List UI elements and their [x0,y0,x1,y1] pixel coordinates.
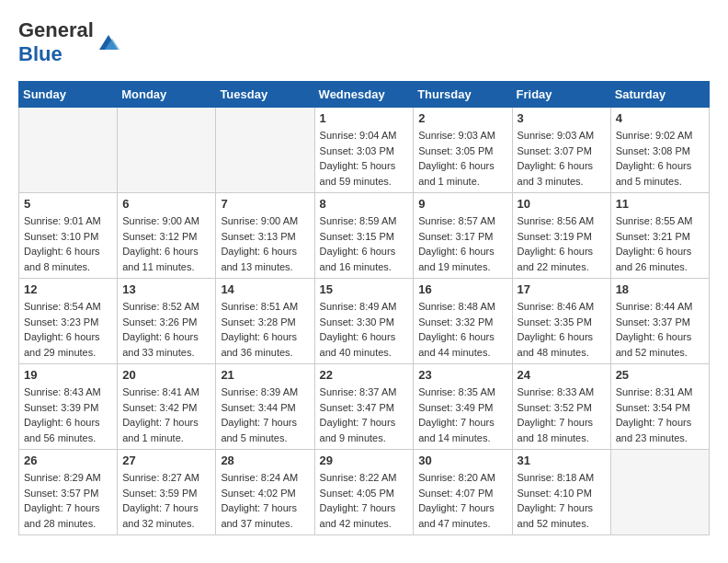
day-cell: 7Sunrise: 9:00 AM Sunset: 3:13 PM Daylig… [216,193,314,279]
day-cell: 11Sunrise: 8:55 AM Sunset: 3:21 PM Dayli… [610,193,709,279]
calendar-header-row: SundayMondayTuesdayWednesdayThursdayFrid… [19,82,710,108]
col-header-monday: Monday [118,82,216,108]
day-cell: 30Sunrise: 8:20 AM Sunset: 4:07 PM Dayli… [414,450,512,535]
day-info: Sunrise: 8:35 AM Sunset: 3:49 PM Dayligh… [418,385,506,445]
day-number: 6 [122,197,210,211]
day-number: 10 [518,197,606,211]
day-info: Sunrise: 8:39 AM Sunset: 3:44 PM Dayligh… [221,385,309,445]
day-info: Sunrise: 8:51 AM Sunset: 3:28 PM Dayligh… [221,299,309,360]
day-cell: 13Sunrise: 8:52 AM Sunset: 3:26 PM Dayli… [118,279,216,364]
day-cell: 17Sunrise: 8:46 AM Sunset: 3:35 PM Dayli… [512,279,610,364]
day-cell: 3Sunrise: 9:03 AM Sunset: 3:07 PM Daylig… [512,108,610,193]
page-header: General Blue [18,18,710,66]
day-number: 15 [320,282,409,296]
day-number: 14 [221,282,309,296]
week-row-3: 19Sunrise: 8:43 AM Sunset: 3:39 PM Dayli… [19,364,710,450]
day-cell: 28Sunrise: 8:24 AM Sunset: 4:02 PM Dayli… [216,450,314,535]
day-cell [216,108,314,193]
week-row-1: 5Sunrise: 9:01 AM Sunset: 3:10 PM Daylig… [19,193,710,279]
day-number: 4 [616,111,704,125]
logo-general-text: General [18,18,94,41]
day-info: Sunrise: 9:04 AM Sunset: 3:03 PM Dayligh… [320,128,409,189]
day-number: 30 [418,454,506,467]
day-info: Sunrise: 8:27 AM Sunset: 3:59 PM Dayligh… [122,470,210,531]
day-info: Sunrise: 8:52 AM Sunset: 3:26 PM Dayligh… [122,299,210,360]
day-cell: 9Sunrise: 8:57 AM Sunset: 3:17 PM Daylig… [414,193,512,279]
day-cell: 22Sunrise: 8:37 AM Sunset: 3:47 PM Dayli… [314,364,414,450]
day-info: Sunrise: 8:46 AM Sunset: 3:35 PM Dayligh… [518,299,606,360]
day-info: Sunrise: 8:24 AM Sunset: 4:02 PM Dayligh… [221,470,309,531]
day-info: Sunrise: 8:44 AM Sunset: 3:37 PM Dayligh… [616,299,704,360]
day-info: Sunrise: 8:29 AM Sunset: 3:57 PM Dayligh… [24,470,112,531]
day-info: Sunrise: 8:18 AM Sunset: 4:10 PM Dayligh… [518,470,606,531]
day-cell: 18Sunrise: 8:44 AM Sunset: 3:37 PM Dayli… [610,279,709,364]
day-number: 13 [122,282,210,296]
day-number: 19 [24,368,112,382]
day-info: Sunrise: 8:55 AM Sunset: 3:21 PM Dayligh… [616,213,704,274]
day-number: 16 [418,282,506,296]
day-number: 24 [518,368,606,382]
day-cell: 15Sunrise: 8:49 AM Sunset: 3:30 PM Dayli… [314,279,414,364]
day-info: Sunrise: 8:43 AM Sunset: 3:39 PM Dayligh… [24,385,112,445]
day-info: Sunrise: 8:56 AM Sunset: 3:19 PM Dayligh… [518,213,606,274]
day-number: 31 [518,454,606,467]
day-number: 18 [616,282,704,296]
day-number: 11 [616,197,704,211]
week-row-2: 12Sunrise: 8:54 AM Sunset: 3:23 PM Dayli… [19,279,710,364]
day-info: Sunrise: 8:22 AM Sunset: 4:05 PM Dayligh… [320,470,409,531]
day-info: Sunrise: 9:02 AM Sunset: 3:08 PM Dayligh… [616,128,704,189]
day-cell: 4Sunrise: 9:02 AM Sunset: 3:08 PM Daylig… [610,108,709,193]
day-number: 9 [418,197,506,211]
day-cell: 31Sunrise: 8:18 AM Sunset: 4:10 PM Dayli… [512,450,610,535]
logo: General Blue [18,18,121,66]
day-info: Sunrise: 8:54 AM Sunset: 3:23 PM Dayligh… [24,299,112,360]
col-header-saturday: Saturday [610,82,709,108]
day-cell: 6Sunrise: 9:00 AM Sunset: 3:12 PM Daylig… [118,193,216,279]
day-number: 8 [320,197,409,211]
day-cell: 25Sunrise: 8:31 AM Sunset: 3:54 PM Dayli… [610,364,709,450]
day-info: Sunrise: 8:41 AM Sunset: 3:42 PM Dayligh… [122,385,210,445]
day-info: Sunrise: 9:03 AM Sunset: 3:07 PM Dayligh… [518,128,606,189]
day-cell: 2Sunrise: 9:03 AM Sunset: 3:05 PM Daylig… [414,108,512,193]
day-info: Sunrise: 8:31 AM Sunset: 3:54 PM Dayligh… [616,385,704,445]
day-number: 29 [320,454,409,467]
day-number: 17 [518,282,606,296]
calendar-table: SundayMondayTuesdayWednesdayThursdayFrid… [18,81,710,535]
day-cell: 27Sunrise: 8:27 AM Sunset: 3:59 PM Dayli… [118,450,216,535]
day-info: Sunrise: 9:03 AM Sunset: 3:05 PM Dayligh… [418,128,506,189]
day-cell: 19Sunrise: 8:43 AM Sunset: 3:39 PM Dayli… [19,364,118,450]
day-cell: 29Sunrise: 8:22 AM Sunset: 4:05 PM Dayli… [314,450,414,535]
col-header-tuesday: Tuesday [216,82,314,108]
day-number: 25 [616,368,704,382]
day-number: 23 [418,368,506,382]
day-number: 1 [320,111,409,125]
day-cell: 26Sunrise: 8:29 AM Sunset: 3:57 PM Dayli… [19,450,118,535]
col-header-wednesday: Wednesday [314,82,414,108]
day-info: Sunrise: 9:00 AM Sunset: 3:12 PM Dayligh… [122,213,210,274]
day-number: 7 [221,197,309,211]
day-info: Sunrise: 9:00 AM Sunset: 3:13 PM Dayligh… [221,213,309,274]
day-cell [610,450,709,535]
day-cell: 21Sunrise: 8:39 AM Sunset: 3:44 PM Dayli… [216,364,314,450]
day-info: Sunrise: 8:48 AM Sunset: 3:32 PM Dayligh… [418,299,506,360]
week-row-0: 1Sunrise: 9:04 AM Sunset: 3:03 PM Daylig… [19,108,710,193]
week-row-4: 26Sunrise: 8:29 AM Sunset: 3:57 PM Dayli… [19,450,710,535]
day-info: Sunrise: 8:59 AM Sunset: 3:15 PM Dayligh… [320,213,409,274]
day-cell: 14Sunrise: 8:51 AM Sunset: 3:28 PM Dayli… [216,279,314,364]
day-info: Sunrise: 8:37 AM Sunset: 3:47 PM Dayligh… [320,385,409,445]
day-cell: 8Sunrise: 8:59 AM Sunset: 3:15 PM Daylig… [314,193,414,279]
day-cell [118,108,216,193]
day-number: 28 [221,454,309,467]
col-header-friday: Friday [512,82,610,108]
day-info: Sunrise: 8:57 AM Sunset: 3:17 PM Dayligh… [418,213,506,274]
day-info: Sunrise: 8:49 AM Sunset: 3:30 PM Dayligh… [320,299,409,360]
day-cell: 16Sunrise: 8:48 AM Sunset: 3:32 PM Dayli… [414,279,512,364]
day-cell: 23Sunrise: 8:35 AM Sunset: 3:49 PM Dayli… [414,364,512,450]
day-number: 3 [518,111,606,125]
day-number: 2 [418,111,506,125]
day-number: 12 [24,282,112,296]
day-number: 26 [24,454,112,467]
day-cell: 5Sunrise: 9:01 AM Sunset: 3:10 PM Daylig… [19,193,118,279]
day-number: 20 [122,368,210,382]
day-number: 21 [221,368,309,382]
